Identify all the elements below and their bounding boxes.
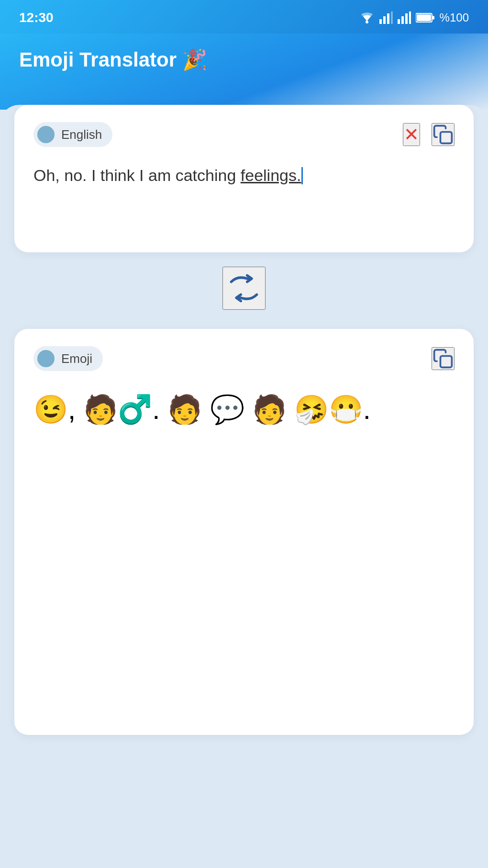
svg-rect-6 bbox=[401, 16, 404, 24]
emoji-output-content: 😉, 🧑‍♂️. 🧑 💬 🧑 🤧😷. bbox=[33, 394, 371, 425]
shuffle-translate-icon bbox=[225, 269, 263, 307]
source-language-label: English bbox=[61, 127, 102, 142]
copy-source-button[interactable] bbox=[432, 123, 455, 146]
source-text-underlined: feelings. bbox=[241, 166, 301, 184]
copy-source-icon bbox=[433, 124, 454, 145]
wifi-icon bbox=[359, 11, 375, 24]
svg-rect-5 bbox=[398, 19, 400, 24]
svg-rect-13 bbox=[441, 356, 452, 368]
clear-button[interactable]: ✕ bbox=[403, 123, 420, 146]
source-text-plain: Oh, no. I think I am catching bbox=[33, 166, 241, 184]
copy-output-icon bbox=[433, 348, 454, 369]
svg-rect-3 bbox=[387, 13, 389, 24]
svg-rect-8 bbox=[409, 11, 411, 24]
source-language-dot bbox=[37, 126, 55, 143]
signal-icon bbox=[379, 11, 393, 24]
output-language-label: Emoji bbox=[61, 351, 92, 366]
app-header: Emoji Translator 🎉 bbox=[0, 34, 488, 110]
translate-btn-container bbox=[14, 252, 474, 315]
source-card-header: English ✕ bbox=[33, 122, 455, 147]
main-content: English ✕ Oh, no. I think I am catching … bbox=[0, 105, 488, 764]
battery-icon bbox=[416, 12, 435, 23]
source-language-badge[interactable]: English bbox=[33, 122, 112, 147]
svg-rect-12 bbox=[441, 132, 452, 144]
output-language-dot bbox=[37, 350, 55, 367]
output-emoji-text: 😉, 🧑‍♂️. 🧑 💬 🧑 🤧😷. bbox=[33, 383, 455, 718]
app-title-text: Emoji Translator bbox=[19, 48, 177, 71]
output-card: Emoji 😉, 🧑‍♂️. 🧑 💬 🧑 🤧😷. bbox=[14, 329, 474, 735]
close-icon: ✕ bbox=[404, 124, 419, 145]
source-card-actions: ✕ bbox=[403, 123, 455, 146]
status-bar: 12:30 %100 bbox=[0, 0, 488, 34]
source-text[interactable]: Oh, no. I think I am catching feelings. bbox=[33, 158, 455, 235]
translate-button[interactable] bbox=[222, 267, 266, 310]
svg-rect-11 bbox=[433, 16, 434, 20]
output-card-header: Emoji bbox=[33, 346, 455, 371]
svg-rect-7 bbox=[405, 13, 408, 24]
svg-rect-4 bbox=[391, 11, 393, 24]
copy-output-button[interactable] bbox=[432, 347, 455, 370]
battery-percentage: %100 bbox=[440, 11, 469, 24]
signal2-icon bbox=[398, 11, 411, 24]
output-language-badge[interactable]: Emoji bbox=[33, 346, 103, 371]
svg-rect-1 bbox=[379, 19, 382, 24]
svg-rect-2 bbox=[383, 16, 386, 24]
svg-rect-10 bbox=[417, 14, 431, 21]
status-icons: %100 bbox=[359, 11, 469, 24]
app-title: Emoji Translator 🎉 bbox=[19, 48, 469, 71]
output-card-actions bbox=[432, 347, 455, 370]
source-card: English ✕ Oh, no. I think I am catching … bbox=[14, 105, 474, 252]
text-cursor bbox=[301, 167, 303, 184]
status-time: 12:30 bbox=[19, 10, 54, 25]
svg-point-0 bbox=[366, 21, 368, 23]
app-title-emoji: 🎉 bbox=[182, 48, 207, 71]
